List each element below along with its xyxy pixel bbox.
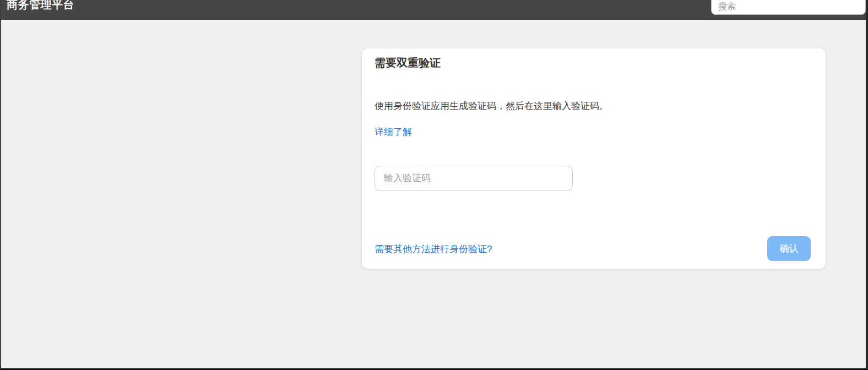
learn-more-link[interactable]: 详细了解 (375, 126, 412, 138)
two-factor-card: 需要双重验证 使用身份验证应用生成验证码，然后在这里输入验证码。 详细了解 需要… (362, 48, 826, 269)
page: 商务管理平台 需要双重验证 使用身份验证应用生成验证码，然后在这里输入验证码。 … (0, 0, 868, 370)
confirm-button[interactable]: 确认 (767, 236, 811, 261)
card-title: 需要双重验证 (375, 56, 441, 70)
verification-code-input[interactable] (375, 166, 573, 191)
top-navigation-bar: 商务管理平台 (1, 0, 866, 20)
card-description: 使用身份验证应用生成验证码，然后在这里输入验证码。 (375, 100, 609, 112)
search-input[interactable] (711, 0, 866, 15)
alternative-method-link[interactable]: 需要其他方法进行身份验证? (375, 243, 492, 255)
app-title: 商务管理平台 (7, 0, 74, 12)
